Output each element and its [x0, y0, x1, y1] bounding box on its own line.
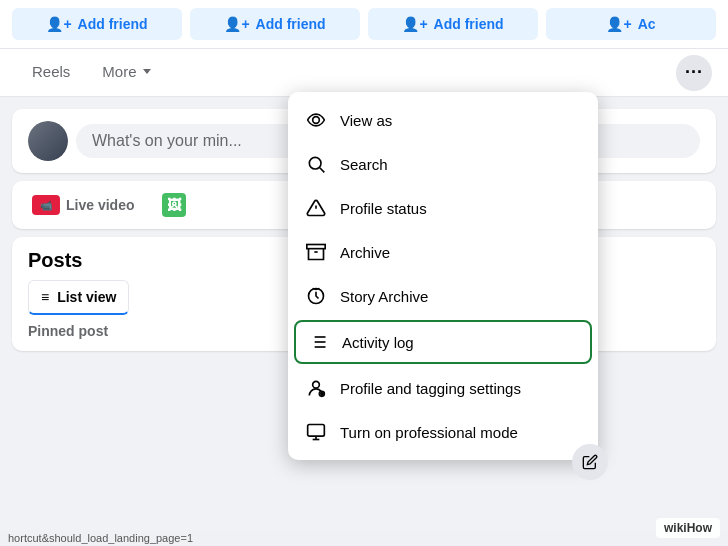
view-as-icon [304, 108, 328, 132]
add-friend-button-4[interactable]: 👤+ Ac [546, 8, 716, 40]
nav-tabs: Reels More ··· [0, 49, 728, 97]
live-video-button[interactable]: 📹 Live video [20, 185, 146, 225]
add-friend-button-3[interactable]: 👤+ Add friend [368, 8, 538, 40]
chevron-down-icon [143, 69, 151, 74]
add-friend-button-2[interactable]: 👤+ Add friend [190, 8, 360, 40]
status-bar: hortcut&should_load_landing_page=1 [0, 530, 728, 546]
avatar [28, 121, 68, 161]
profile-tagging-icon [304, 376, 328, 400]
activity-log-icon [306, 330, 330, 354]
svg-rect-18 [308, 425, 325, 437]
dropdown-item-search[interactable]: Search [288, 142, 598, 186]
story-archive-icon [304, 284, 328, 308]
photo-icon: 🖼 [162, 193, 186, 217]
dropdown-item-view-as[interactable]: View as [288, 98, 598, 142]
add-friend-button-1[interactable]: 👤+ Add friend [12, 8, 182, 40]
professional-mode-icon [304, 420, 328, 444]
profile-status-icon [304, 196, 328, 220]
dropdown-item-story-archive[interactable]: Story Archive [288, 274, 598, 318]
list-icon: ≡ [41, 289, 49, 305]
person-plus-icon-1: 👤+ [46, 16, 71, 32]
svg-point-1 [309, 157, 321, 169]
svg-rect-5 [307, 245, 325, 249]
avatar-image [28, 121, 68, 161]
dropdown-item-professional-mode[interactable]: Turn on professional mode [288, 410, 598, 454]
archive-icon [304, 240, 328, 264]
nav-ellipsis-button[interactable]: ··· [676, 55, 712, 91]
search-icon [304, 152, 328, 176]
svg-line-2 [320, 168, 325, 173]
person-plus-icon-3: 👤+ [402, 16, 427, 32]
person-plus-icon-2: 👤+ [224, 16, 249, 32]
dropdown-item-archive[interactable]: Archive [288, 230, 598, 274]
tab-more[interactable]: More [86, 49, 166, 96]
dropdown-item-profile-tagging[interactable]: Profile and tagging settings [288, 366, 598, 410]
live-icon: 📹 [32, 195, 60, 215]
svg-point-14 [313, 381, 320, 388]
svg-point-0 [313, 117, 320, 124]
dropdown-item-activity-log[interactable]: Activity log [294, 320, 592, 364]
list-view-button[interactable]: ≡ List view [28, 280, 129, 315]
add-friend-bar: 👤+ Add friend 👤+ Add friend 👤+ Add frien… [0, 0, 728, 49]
dropdown-menu: View as Search Profile status [288, 92, 598, 460]
dropdown-item-profile-status[interactable]: Profile status [288, 186, 598, 230]
wikihow-badge: wikiHow [656, 518, 720, 538]
photo-video-button[interactable]: 🖼 [150, 185, 198, 225]
edit-icon-button[interactable] [572, 444, 608, 480]
tab-reels[interactable]: Reels [16, 49, 86, 96]
person-plus-icon-4: 👤+ [606, 16, 631, 32]
